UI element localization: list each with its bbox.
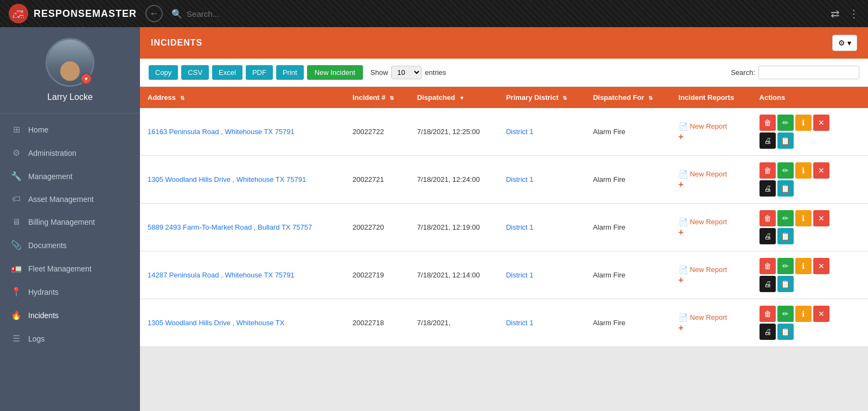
address-link-0[interactable]: 16163 Peninsula Road , Whitehouse TX 757… bbox=[148, 128, 295, 136]
new-incident-button[interactable]: New Incident bbox=[307, 65, 363, 80]
sidebar-item-billing-management[interactable]: 🖥 Billing Management bbox=[0, 211, 140, 233]
delete-button-3[interactable]: 🗑 bbox=[760, 258, 776, 274]
print-row-button-3[interactable]: 🖨 bbox=[760, 276, 776, 292]
add-report-icon-0[interactable]: + bbox=[679, 132, 684, 142]
info-button-0[interactable]: ℹ bbox=[795, 115, 812, 131]
sidebar-item-fleet-management[interactable]: 🚛 Fleet Management bbox=[0, 257, 140, 280]
address-link-2[interactable]: 5889 2493 Farm-To-Market Road , Bullard … bbox=[148, 223, 312, 231]
address-link-4[interactable]: 1305 Woodland Hills Drive , Whitehouse T… bbox=[148, 319, 284, 327]
col-dispatched: Dispatched ▼ bbox=[410, 87, 499, 108]
search-input[interactable] bbox=[187, 9, 295, 18]
col-address-label: Address bbox=[148, 93, 176, 102]
cell-dispfor-0: Alarm Fire bbox=[585, 108, 671, 156]
nav-label-asset-management: Asset Management bbox=[28, 195, 94, 204]
nav-label-hydrants: Hydrants bbox=[28, 288, 59, 296]
shuffle-button[interactable]: ⇄ bbox=[831, 7, 840, 20]
close-button-3[interactable]: ✕ bbox=[813, 258, 829, 274]
sidebar-item-home[interactable]: ⊞ Home bbox=[0, 118, 140, 141]
sidebar-item-administration[interactable]: ⚙ Administration bbox=[0, 141, 140, 165]
add-report-icon-3[interactable]: + bbox=[679, 275, 684, 285]
cell-reports-3: 📄 New Report + bbox=[671, 251, 752, 299]
info-button-4[interactable]: ℹ bbox=[795, 306, 812, 322]
print-row-button-4[interactable]: 🖨 bbox=[760, 324, 776, 340]
info-button-1[interactable]: ℹ bbox=[795, 162, 812, 179]
cell-dispatched-4: 7/18/2021, bbox=[410, 299, 499, 347]
close-button-4[interactable]: ✕ bbox=[813, 306, 829, 322]
edit-button-0[interactable]: ✏ bbox=[777, 115, 794, 131]
close-button-0[interactable]: ✕ bbox=[813, 115, 829, 131]
main-layout: ▾ Larry Locke ⊞ Home ⚙ Administration 🔧 … bbox=[0, 27, 868, 411]
add-report-icon-2[interactable]: + bbox=[679, 227, 684, 237]
edit-button-2[interactable]: ✏ bbox=[777, 210, 794, 226]
table-search-input[interactable] bbox=[758, 66, 859, 79]
cell-dispfor-1: Alarm Fire bbox=[585, 156, 671, 204]
report-doc-icon-0: 📄 bbox=[679, 122, 688, 131]
sort-incident-icon[interactable]: ⇅ bbox=[390, 95, 394, 101]
delete-button-1[interactable]: 🗑 bbox=[760, 162, 776, 179]
edit-button-1[interactable]: ✏ bbox=[777, 162, 794, 179]
more-menu-button[interactable]: ⋮ bbox=[848, 7, 859, 20]
district-value-0: District 1 bbox=[506, 128, 534, 136]
col-incident-reports: Incident Reports bbox=[671, 87, 752, 108]
nav-icon-administration: ⚙ bbox=[11, 148, 22, 158]
delete-button-2[interactable]: 🗑 bbox=[760, 210, 776, 226]
doc-button-0[interactable]: 📋 bbox=[777, 132, 794, 149]
gear-settings-button[interactable]: ⚙ ▾ bbox=[832, 35, 857, 51]
csv-button[interactable]: CSV bbox=[181, 65, 209, 80]
new-report-link-2[interactable]: 📄 New Report bbox=[679, 218, 727, 226]
report-doc-icon-3: 📄 bbox=[679, 265, 688, 274]
edit-button-4[interactable]: ✏ bbox=[777, 306, 794, 322]
sidebar-item-asset-management[interactable]: 🏷 Asset Management bbox=[0, 188, 140, 211]
add-report-icon-4[interactable]: + bbox=[679, 323, 684, 333]
back-button[interactable]: ← bbox=[145, 5, 163, 22]
sort-district-icon[interactable]: ⇅ bbox=[563, 95, 567, 101]
sort-address-icon[interactable]: ⇅ bbox=[180, 95, 184, 101]
entries-select[interactable]: 10 25 50 100 bbox=[391, 66, 422, 79]
pdf-button[interactable]: PDF bbox=[246, 65, 273, 80]
close-button-1[interactable]: ✕ bbox=[813, 162, 829, 179]
cell-reports-1: 📄 New Report + bbox=[671, 156, 752, 204]
sidebar-item-management[interactable]: 🔧 Management bbox=[0, 165, 140, 188]
nav-icon-billing-management: 🖥 bbox=[11, 217, 22, 227]
edit-button-3[interactable]: ✏ bbox=[777, 258, 794, 274]
sidebar-item-hydrants[interactable]: 📍 Hydrants bbox=[0, 280, 140, 303]
delete-button-4[interactable]: 🗑 bbox=[760, 306, 776, 322]
col-actions-label: Actions bbox=[760, 93, 786, 102]
doc-button-1[interactable]: 📋 bbox=[777, 180, 794, 197]
sidebar-item-logs[interactable]: ☰ Logs bbox=[0, 327, 140, 350]
nav-icon-hydrants: 📍 bbox=[11, 287, 22, 297]
doc-button-4[interactable]: 📋 bbox=[777, 324, 794, 340]
sidebar-item-documents[interactable]: 📎 Documents bbox=[0, 233, 140, 257]
cell-dispatched-3: 7/18/2021, 12:14:00 bbox=[410, 251, 499, 299]
cell-dispatched-1: 7/18/2021, 12:24:00 bbox=[410, 156, 499, 204]
info-button-3[interactable]: ℹ bbox=[795, 258, 812, 274]
print-row-button-1[interactable]: 🖨 bbox=[760, 180, 776, 197]
doc-button-3[interactable]: 📋 bbox=[777, 276, 794, 292]
close-button-2[interactable]: ✕ bbox=[813, 210, 829, 226]
info-button-2[interactable]: ℹ bbox=[795, 210, 812, 226]
copy-button[interactable]: Copy bbox=[149, 65, 178, 80]
nav-label-administration: Administration bbox=[28, 149, 76, 157]
cell-actions-0: 🗑 ✏ ℹ ✕ 🖨 📋 bbox=[752, 108, 868, 156]
new-report-link-1[interactable]: 📄 New Report bbox=[679, 170, 727, 179]
print-row-button-2[interactable]: 🖨 bbox=[760, 228, 776, 244]
sidebar-nav: ⊞ Home ⚙ Administration 🔧 Management 🏷 A… bbox=[0, 113, 140, 411]
sidebar-item-incidents[interactable]: 🔥 Incidents bbox=[0, 303, 140, 327]
address-link-3[interactable]: 14287 Peninsula Road , Whitehouse TX 757… bbox=[148, 271, 295, 279]
new-report-link-3[interactable]: 📄 New Report bbox=[679, 265, 727, 274]
delete-button-0[interactable]: 🗑 bbox=[760, 115, 776, 131]
sort-dispatched-icon[interactable]: ▼ bbox=[459, 95, 465, 101]
incidents-table: Address ⇅ Incident # ⇅ Dispatched ▼ Prim… bbox=[140, 87, 868, 347]
address-link-1[interactable]: 1305 Woodland Hills Drive , Whitehouse T… bbox=[148, 175, 306, 184]
action-buttons-2: 🗑 ✏ ℹ ✕ 🖨 📋 bbox=[760, 210, 846, 244]
print-button[interactable]: Print bbox=[276, 65, 304, 80]
new-report-link-4[interactable]: 📄 New Report bbox=[679, 313, 727, 322]
new-report-label-1: New Report bbox=[690, 170, 727, 178]
add-report-icon-1[interactable]: + bbox=[679, 180, 684, 189]
sort-dispfor-icon[interactable]: ⇅ bbox=[648, 95, 653, 101]
table-search-label: Search: bbox=[731, 68, 755, 77]
doc-button-2[interactable]: 📋 bbox=[777, 228, 794, 244]
new-report-link-0[interactable]: 📄 New Report bbox=[679, 122, 727, 131]
print-row-button-0[interactable]: 🖨 bbox=[760, 132, 776, 149]
excel-button[interactable]: Excel bbox=[212, 65, 242, 80]
